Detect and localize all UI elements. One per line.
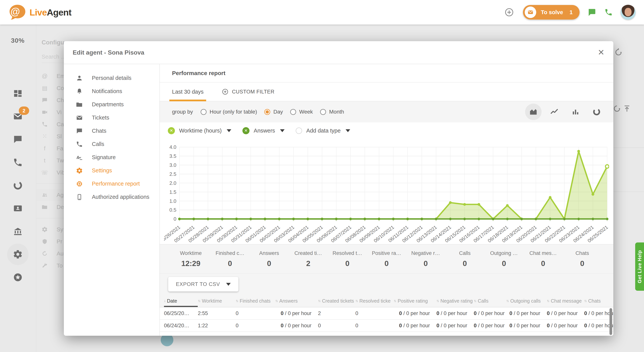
table-header: ↓ Date ↑↓ Worktime ↑↓ Finished chats ↑↓ … [160,295,613,307]
config-item-au[interactable]: Au [36,247,64,259]
tab-last-30-days[interactable]: Last 30 days [172,83,204,101]
stat-chats: Chats 0 [563,250,602,268]
config-item-pr[interactable]: Pr [36,235,64,247]
line-chart-icon [550,107,559,116]
radio-hour-only-for-table[interactable]: Hour (only for table) [200,109,257,115]
rail-item-calls[interactable] [0,151,36,174]
chat-icon [42,97,48,103]
chip-answers[interactable]: ✕ Answers [242,127,284,134]
rail-item-chats[interactable] [0,128,36,151]
sort-icon: ↑↓ [318,299,320,303]
rail-item-tickets[interactable]: 2 [0,105,36,128]
refresh-icon [42,250,48,257]
column-header-finished-chats[interactable]: ↑↓ Finished chats [236,295,276,307]
config-item-tw[interactable]: tTw [36,154,64,167]
config-item-co[interactable]: ▤Co [36,82,64,94]
config-item-fa[interactable]: fFa [36,142,64,154]
remove-series-icon[interactable]: ✕ [168,127,175,134]
remove-series-icon[interactable]: ✕ [242,127,250,134]
svg-text:1.5: 1.5 [169,189,176,195]
menu-item-performance-report[interactable]: Performance report [64,177,159,190]
chevron-down-icon [280,129,284,132]
close-icon[interactable]: ✕ [598,48,604,56]
radio-month[interactable]: Month [320,109,344,115]
user-avatar[interactable] [620,5,636,20]
envelope-icon [525,6,536,18]
chart-type-donut-button[interactable] [588,104,605,120]
menu-item-authorized-applications[interactable]: Authorized applications [64,190,159,203]
rail-item-billing[interactable] [0,220,36,243]
chart-type-bar-button[interactable] [567,104,584,120]
column-header-calls[interactable]: ↑↓ Calls [474,295,506,307]
phone-icon [13,158,23,167]
rail-item-configuration[interactable] [0,243,36,266]
config-item-sy[interactable]: Sy [36,223,64,235]
column-header-negative-rating[interactable]: ↑↓ Negative rating [436,295,474,307]
config-item-sl[interactable]: ⁙Sl [36,130,64,142]
config-item-to[interactable]: To [36,259,64,272]
menu-item-personal-details[interactable]: Personal details [64,71,159,85]
column-header-created-tickets[interactable]: ↑↓ Created tickets [318,295,355,307]
chart-type-area-button[interactable] [525,104,542,120]
chats-topbar-button[interactable] [587,7,596,17]
device-icon [76,193,83,201]
menu-item-notifications[interactable]: Notifications [64,85,159,98]
column-header-positive-rating[interactable]: ↑↓ Positive rating [394,295,436,307]
rail-item-dashboard[interactable] [0,82,36,105]
config-item-vib[interactable]: ☏Vib [36,167,64,178]
menu-item-tickets[interactable]: Tickets [64,111,159,124]
folder-icon [76,101,83,108]
config-search-input[interactable]: Search ... [42,54,64,63]
stat-created-ti: Created ti… 2 [289,250,328,268]
to-solve-label: To solve [541,9,563,15]
column-header-chat-message[interactable]: ↑↓ Chat message [547,295,584,307]
area-chart-icon [529,107,538,116]
config-item-vi[interactable]: Vi [36,106,64,118]
menu-item-chats[interactable]: Chats [64,124,159,138]
to-solve-button[interactable]: To solve 1 [523,5,580,19]
menu-item-departments[interactable]: Departments [64,98,159,111]
rail-item-contacts[interactable] [0,197,36,220]
background-divider [613,148,644,148]
table-row[interactable]: 06/25/20…2:5500 / 0 per hour200 / 0 per … [160,307,613,320]
calls-topbar-button[interactable] [604,7,613,17]
config-item-ag[interactable]: Ag [36,189,64,201]
left-icon-rail: 30% 2 [0,24,36,352]
column-header-date[interactable]: ↓ Date [164,295,198,307]
column-header-answers[interactable]: ↑↓ Answers [275,295,318,307]
phone-icon [76,141,83,148]
table-row[interactable]: 06/24/20…1:2200 / 0 per hour000 / 0 per … [160,320,613,332]
radio-week[interactable]: Week [290,109,313,115]
upload-icon[interactable] [623,105,631,113]
refresh-icon[interactable] [614,48,622,56]
to-solve-count: 1 [570,9,573,15]
gear-icon [76,167,83,174]
stat-finished-c: Finished c… 0 [210,250,250,268]
menu-item-settings[interactable]: Settings [64,164,159,177]
menu-item-calls[interactable]: Calls [64,138,159,151]
export-to-csv-button[interactable]: EXPORT TO CSV [168,277,238,292]
add-data-type[interactable]: Add data type [296,128,350,134]
config-item-ca[interactable]: Ca [36,118,64,130]
config-item-de[interactable]: De [36,201,64,213]
chart-type-line-button[interactable] [546,104,563,120]
edit-agent-modal: Edit agent - Sona Pisova ✕ Personal deta… [64,41,613,336]
chip-worktime-hours[interactable]: ✕ Worktime (hours) [168,127,231,134]
column-header-resolved-ticke[interactable]: ↑↓ Resolved ticke [355,295,394,307]
tab-custom-filter[interactable]: CUSTOM FILTER [222,88,274,95]
column-header-worktime[interactable]: ↑↓ Worktime [198,295,236,307]
sort-icon: ↑↓ [355,299,358,303]
config-item-em[interactable]: @Em [36,70,64,82]
menu-item-signature[interactable]: Signature [64,151,159,164]
table-scrollbar[interactable] [610,308,612,335]
table-row[interactable]: 06/23/20…3:4600 / 0 per hour000 / 0 per … [160,332,613,336]
radio-day[interactable]: Day [264,109,283,115]
column-header-chats[interactable]: ↑↓ Chats [584,295,609,307]
refresh-icon[interactable] [613,105,621,113]
rail-item-upgrade[interactable] [0,266,36,289]
get-live-help-ribbon[interactable]: Get Live Help [635,242,644,291]
config-item-ch[interactable]: Ch [36,94,64,106]
rail-item-reports[interactable] [0,174,36,197]
column-header-outgoing-calls[interactable]: ↑↓ Outgoing calls [506,295,547,307]
add-new-button[interactable] [503,6,516,19]
